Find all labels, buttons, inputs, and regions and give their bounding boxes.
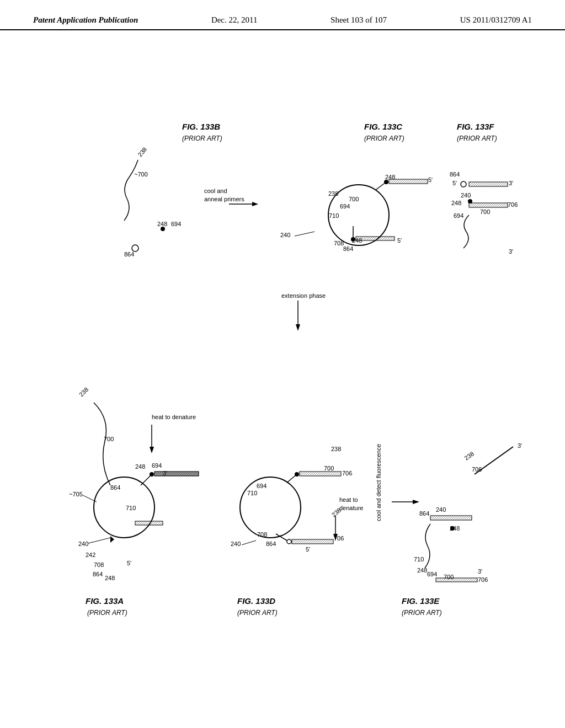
svg-text:FIG. 133E: FIG. 133E [402,596,440,606]
svg-text:heat to: heat to [339,496,358,503]
svg-text:(PRIOR ART): (PRIOR ART) [402,609,442,617]
svg-rect-119 [469,203,508,207]
svg-rect-111 [469,182,508,186]
svg-text:242: 242 [86,552,95,558]
svg-text:694: 694 [454,212,463,219]
svg-rect-91 [430,516,472,520]
svg-text:706: 706 [508,201,518,208]
svg-line-81 [242,540,256,545]
svg-text:5': 5' [127,560,131,566]
svg-text:248: 248 [450,525,460,532]
svg-text:706: 706 [342,470,352,477]
svg-text:238: 238 [331,446,341,452]
diagram-area: text { font-family: Arial, sans-serif; f… [33,44,532,711]
svg-text:3': 3' [163,470,167,477]
svg-text:694: 694 [427,571,437,577]
svg-marker-27 [150,447,154,453]
svg-text:240: 240 [436,506,446,513]
svg-line-20 [83,495,97,502]
svg-text:238: 238 [463,450,475,461]
svg-text:700: 700 [324,465,334,472]
svg-marker-40 [252,202,258,206]
svg-text:700: 700 [104,436,114,442]
svg-text:864: 864 [419,510,429,517]
svg-marker-108 [413,500,419,504]
svg-text:864: 864 [266,540,276,547]
svg-text:864: 864 [93,571,103,577]
svg-point-113 [461,181,466,187]
svg-text:248: 248 [385,174,395,180]
svg-text:(PRIOR ART): (PRIOR ART) [182,135,222,142]
svg-text:5': 5' [452,180,457,186]
svg-line-12 [88,538,110,543]
svg-text:708: 708 [94,561,104,568]
svg-text:240: 240 [78,540,88,547]
svg-line-1 [141,474,152,485]
svg-text:706: 706 [472,466,482,473]
svg-text:denature: denature [339,505,363,511]
svg-text:700: 700 [349,196,359,202]
svg-text:5': 5' [306,546,310,553]
page-container: Patent Application Publication Dec. 22, … [0,0,565,728]
page-header: Patent Application Publication Dec. 22, … [0,0,565,30]
svg-text:(PRIOR ART): (PRIOR ART) [237,609,278,617]
svg-rect-71 [292,539,333,544]
svg-text:248: 248 [105,575,115,581]
svg-text:240: 240 [461,192,471,199]
svg-text:710: 710 [329,212,339,219]
svg-text:FIG. 133F: FIG. 133F [457,122,494,131]
svg-rect-22 [135,521,163,525]
svg-rect-99 [436,578,477,582]
svg-text:5': 5' [428,176,433,183]
svg-text:3': 3' [518,442,522,449]
svg-text:heat to denature: heat to denature [152,414,196,420]
publication-label: Patent Application Publication [33,15,138,25]
svg-text:710: 710 [414,556,424,563]
svg-point-70 [287,539,291,544]
svg-text:238: 238 [136,146,148,158]
svg-text:3': 3' [509,180,513,186]
svg-text:694: 694 [340,203,350,210]
svg-point-67 [295,472,299,477]
svg-text:FIG. 133B: FIG. 133B [182,122,220,131]
svg-text:710: 710 [126,505,136,511]
svg-text:708: 708 [257,531,267,538]
svg-marker-13 [110,536,114,543]
svg-text:240: 240 [280,232,290,238]
svg-line-59 [295,232,315,236]
svg-text:FIG. 133C: FIG. 133C [364,122,403,131]
svg-text:(PRIOR ART): (PRIOR ART) [457,135,497,142]
svg-point-2 [150,472,154,477]
svg-marker-64 [296,324,300,331]
svg-text:cool and detect fluorescence: cool and detect fluorescence [375,444,382,521]
svg-text:248: 248 [451,200,461,206]
patent-number: US 2011/0312709 A1 [460,15,532,25]
svg-text:238: 238 [328,190,338,197]
svg-text:864: 864 [124,251,134,258]
svg-text:(PRIOR ART): (PRIOR ART) [87,609,127,617]
svg-text:864: 864 [110,484,120,491]
svg-text:710: 710 [247,490,257,496]
svg-text:(PRIOR ART): (PRIOR ART) [364,135,404,142]
svg-text:694: 694 [171,221,181,227]
svg-text:248: 248 [417,567,427,574]
svg-point-43 [384,180,388,184]
svg-text:694: 694 [152,462,162,469]
svg-text:3': 3' [509,248,513,255]
svg-text:extension phase: extension phase [281,292,326,299]
svg-text:5': 5' [397,237,402,244]
svg-point-30 [161,227,165,231]
svg-text:anneal primers: anneal primers [204,196,244,202]
svg-text:FIG. 133A: FIG. 133A [86,596,124,606]
svg-point-65 [240,477,301,538]
svg-point-0 [94,477,154,538]
svg-rect-68 [300,472,341,476]
svg-text:248: 248 [352,237,362,244]
svg-text:cool and: cool and [204,188,227,194]
svg-text:864: 864 [343,245,353,252]
svg-text:708: 708 [334,240,344,247]
date-label: Dec. 22, 2011 [211,15,258,25]
svg-text:FIG. 133D: FIG. 133D [237,596,275,606]
svg-text:3': 3' [478,568,482,575]
svg-text:240: 240 [231,540,241,547]
